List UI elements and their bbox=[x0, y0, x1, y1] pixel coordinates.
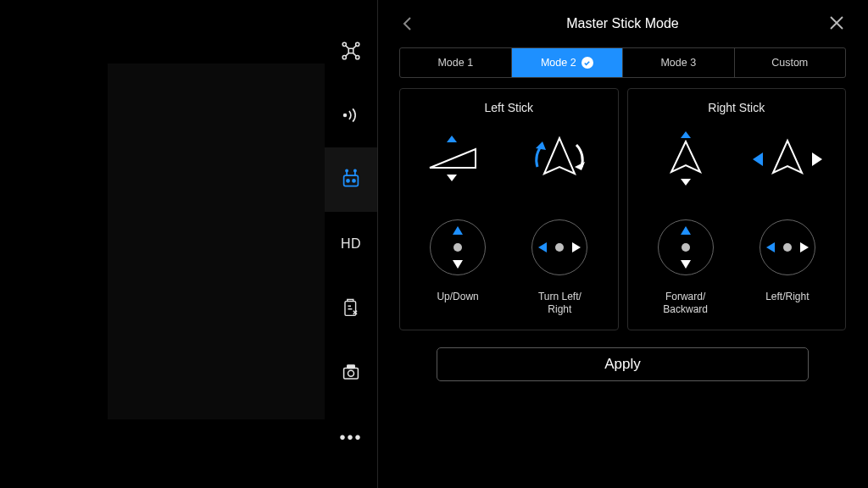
left-stick-card: Left Stick bbox=[399, 88, 619, 330]
right-stick-title: Right Stick bbox=[635, 101, 839, 114]
camera-icon bbox=[339, 361, 363, 385]
right-stick-horizontal-dial bbox=[760, 219, 815, 275]
tab-label: Mode 1 bbox=[437, 57, 473, 69]
left-axis-v-label: Up/Down bbox=[407, 291, 509, 316]
svg-marker-27 bbox=[681, 131, 691, 138]
left-stick-throttle-illustration bbox=[407, 134, 509, 185]
sidebar-item-gimbal[interactable] bbox=[325, 341, 377, 405]
stick-diagrams: Left Stick bbox=[399, 88, 846, 330]
left-stick-yaw-illustration bbox=[509, 133, 610, 186]
camera-preview bbox=[108, 64, 325, 419]
sidebar-item-more[interactable]: ••• bbox=[325, 405, 377, 469]
apply-button[interactable]: Apply bbox=[437, 347, 809, 381]
back-button[interactable] bbox=[399, 15, 416, 32]
left-stick-horizontal-dial bbox=[531, 219, 587, 275]
panel-header: Master Stick Mode bbox=[394, 0, 851, 47]
right-stick-roll-illustration bbox=[737, 134, 838, 185]
svg-marker-30 bbox=[753, 152, 763, 166]
right-axis-v-label: Forward/ Backward bbox=[635, 291, 737, 316]
svg-marker-33 bbox=[681, 226, 691, 235]
chevron-left-icon bbox=[399, 15, 416, 32]
tab-mode1[interactable]: Mode 1 bbox=[400, 48, 512, 77]
drone-icon bbox=[339, 39, 363, 63]
right-stick-vertical-dial bbox=[658, 219, 714, 275]
svg-rect-10 bbox=[344, 175, 359, 186]
svg-marker-29 bbox=[681, 179, 691, 186]
svg-marker-25 bbox=[538, 242, 547, 252]
svg-marker-22 bbox=[575, 162, 585, 170]
svg-rect-14 bbox=[344, 368, 359, 379]
sidebar-item-signal[interactable] bbox=[325, 83, 377, 147]
svg-point-5 bbox=[343, 114, 347, 117]
close-button[interactable] bbox=[827, 14, 846, 32]
tab-label: Mode 2 bbox=[541, 57, 576, 69]
right-stick-pitch-illustration bbox=[635, 130, 737, 189]
hd-icon: HD bbox=[341, 236, 361, 252]
tab-custom[interactable]: Custom bbox=[735, 48, 846, 77]
sidebar-item-aircraft[interactable] bbox=[325, 19, 377, 83]
svg-point-9 bbox=[354, 169, 356, 171]
tab-mode2[interactable]: Mode 2 bbox=[512, 48, 624, 77]
svg-marker-23 bbox=[453, 226, 463, 235]
svg-marker-21 bbox=[536, 141, 546, 150]
tab-label: Custom bbox=[771, 57, 808, 69]
settings-sidebar: HD ••• bbox=[325, 0, 377, 488]
svg-point-12 bbox=[353, 180, 355, 182]
svg-point-11 bbox=[347, 180, 349, 182]
settings-panel: Master Stick Mode Mode 1 Mode 2 Mode 3 C… bbox=[377, 0, 868, 488]
tab-mode3[interactable]: Mode 3 bbox=[623, 48, 735, 77]
sidebar-item-battery[interactable] bbox=[325, 276, 377, 341]
svg-point-16 bbox=[348, 370, 354, 376]
right-axis-h-label: Left/Right bbox=[737, 291, 838, 316]
mode-tabs: Mode 1 Mode 2 Mode 3 Custom bbox=[399, 47, 846, 78]
left-axis-h-label: Turn Left/ Right bbox=[509, 291, 610, 316]
sidebar-item-controller[interactable] bbox=[325, 147, 377, 212]
more-icon: ••• bbox=[339, 428, 362, 447]
svg-point-8 bbox=[346, 169, 348, 171]
svg-marker-28 bbox=[671, 141, 700, 172]
svg-marker-34 bbox=[681, 260, 691, 269]
panel-title: Master Stick Mode bbox=[566, 16, 678, 31]
left-stick-vertical-dial bbox=[430, 219, 486, 275]
svg-marker-17 bbox=[430, 149, 476, 168]
svg-marker-18 bbox=[447, 136, 457, 142]
signal-icon bbox=[339, 103, 363, 127]
clipboard-icon bbox=[339, 297, 363, 320]
right-stick-card: Right Stick bbox=[627, 88, 847, 330]
svg-rect-4 bbox=[348, 48, 353, 53]
apply-label: Apply bbox=[604, 356, 641, 373]
svg-marker-31 bbox=[773, 141, 802, 173]
svg-marker-19 bbox=[447, 175, 457, 181]
remote-controller-icon bbox=[339, 168, 363, 191]
svg-marker-20 bbox=[544, 138, 575, 174]
check-icon bbox=[581, 57, 593, 69]
sidebar-item-hd[interactable]: HD bbox=[325, 212, 377, 276]
svg-marker-35 bbox=[766, 242, 775, 252]
svg-marker-24 bbox=[453, 260, 463, 269]
svg-rect-15 bbox=[348, 365, 354, 369]
svg-marker-26 bbox=[572, 242, 581, 252]
left-stick-title: Left Stick bbox=[407, 101, 611, 114]
svg-marker-36 bbox=[800, 242, 809, 252]
svg-marker-32 bbox=[812, 152, 822, 166]
close-icon bbox=[827, 14, 846, 32]
tab-label: Mode 3 bbox=[660, 57, 696, 69]
